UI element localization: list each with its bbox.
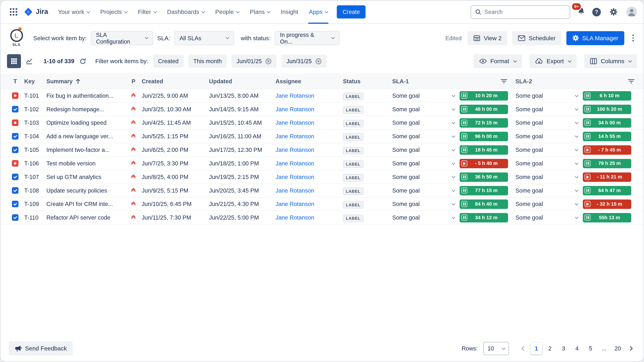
nav-item-dashboards[interactable]: Dashboards — [167, 0, 204, 24]
sla1-goal-select[interactable]: Some goal — [392, 146, 455, 153]
sla2-goal-select[interactable]: Some goal — [515, 133, 578, 139]
issue-summary[interactable]: Test mobile version — [46, 160, 125, 167]
sla1-goal-select[interactable]: Some goal — [392, 201, 455, 207]
filter-chip-this-month[interactable]: This month — [188, 55, 226, 68]
column-header-summary[interactable]: Summary — [46, 78, 125, 84]
work-item-by-select[interactable]: SLA Configuration — [91, 31, 153, 45]
page-button-3[interactable]: 3 — [558, 343, 569, 354]
more-options-button[interactable] — [629, 32, 637, 44]
sla2-goal-select[interactable]: Some goal — [515, 174, 578, 180]
page-button-5[interactable]: 5 — [585, 343, 596, 354]
column-header-status[interactable]: Status — [343, 78, 392, 84]
filter-chip-date-to[interactable]: Jun/31/25 — [282, 55, 326, 68]
issue-summary[interactable]: Update security policies — [46, 187, 125, 194]
assignee-link[interactable]: Jane Rotanson — [276, 160, 314, 167]
issue-summary[interactable]: Add a new language ver... — [46, 133, 125, 139]
assignee-link[interactable]: Jane Rotanson — [276, 133, 314, 139]
user-avatar[interactable] — [626, 6, 637, 17]
table-row[interactable]: T-107 Set up GTM analytics Jun/8/25, 4:0… — [0, 170, 644, 184]
chart-view-button[interactable] — [22, 54, 36, 68]
table-row[interactable]: T-109 Create API for CRM inte... Jun/10/… — [0, 197, 644, 211]
sla2-goal-select[interactable]: Some goal — [515, 106, 578, 112]
filter-icon[interactable] — [500, 79, 507, 83]
assignee-link[interactable]: Jane Rotanson — [276, 106, 314, 112]
table-row[interactable]: T-106 Test mobile version Jun/7/25, 3:30… — [0, 157, 644, 170]
page-button-4[interactable]: 4 — [572, 343, 583, 354]
sla1-goal-select[interactable]: Some goal — [392, 174, 455, 180]
table-row[interactable]: T-101 Fix bug in authentication... Jun/2… — [0, 89, 644, 103]
refresh-button[interactable] — [79, 58, 86, 65]
page-button-1[interactable]: 1 — [531, 343, 542, 354]
status-select[interactable]: In progress & On... — [275, 31, 340, 45]
format-button[interactable]: Format — [474, 54, 522, 68]
search-box[interactable] — [471, 5, 570, 19]
assignee-link[interactable]: Jane Rotanson — [276, 187, 314, 194]
sla2-goal-select[interactable]: Some goal — [515, 214, 578, 221]
sla2-goal-select[interactable]: Some goal — [515, 92, 578, 99]
sla2-goal-select[interactable]: Some goal — [515, 201, 578, 207]
sla1-goal-select[interactable]: Some goal — [392, 187, 455, 194]
assignee-link[interactable]: Jane Rotanson — [276, 201, 314, 207]
sla1-goal-select[interactable]: Some goal — [392, 106, 455, 112]
column-header-created[interactable]: Created — [142, 78, 209, 84]
sla1-goal-select[interactable]: Some goal — [392, 160, 455, 167]
column-header-sla2[interactable]: SLA-2 — [515, 78, 638, 84]
column-header-priority[interactable]: P — [125, 78, 142, 84]
table-row[interactable]: T-102 Redesign homepage... Jun/3/25, 10:… — [0, 103, 644, 116]
notifications-button[interactable]: 9+ — [576, 6, 586, 18]
sla1-goal-select[interactable]: Some goal — [392, 214, 455, 221]
view-button[interactable]: View 2 — [468, 31, 507, 45]
assignee-link[interactable]: Jane Rotanson — [276, 119, 314, 126]
issue-summary[interactable]: Create API for CRM inte... — [46, 201, 125, 207]
help-icon[interactable]: ? — [592, 7, 601, 16]
table-row[interactable]: T-104 Add a new language ver... Jun/5/25… — [0, 130, 644, 143]
table-row[interactable]: T-105 Implement two-factor a... Jun/6/25… — [0, 143, 644, 157]
page-button-2[interactable]: 2 — [544, 343, 556, 354]
rows-per-page-select[interactable]: 10 — [483, 342, 509, 355]
issue-summary[interactable]: Refactor API server code — [46, 214, 125, 221]
assignee-link[interactable]: Jane Rotanson — [276, 92, 314, 99]
previous-page-button[interactable] — [519, 344, 528, 354]
table-row[interactable]: T-103 Optimize loading speed Jun/4/25, 1… — [0, 116, 644, 130]
nav-item-insight[interactable]: Insight — [281, 0, 298, 24]
sla2-goal-select[interactable]: Some goal — [515, 119, 578, 126]
column-header-updated[interactable]: Updated — [209, 78, 276, 84]
search-input[interactable] — [484, 8, 566, 15]
create-button[interactable]: Create — [337, 5, 366, 18]
close-icon[interactable] — [266, 58, 272, 64]
sla1-goal-select[interactable]: Some goal — [392, 119, 455, 126]
assignee-link[interactable]: Jane Rotanson — [276, 174, 314, 180]
nav-item-plans[interactable]: Plans — [250, 0, 270, 24]
page-button-20[interactable]: 20 — [612, 343, 624, 354]
column-header-assignee[interactable]: Assignee — [276, 78, 343, 84]
grid-view-button[interactable] — [7, 54, 21, 68]
page-ellipsis[interactable]: ... — [598, 343, 610, 354]
sla-select[interactable]: All SLAs — [174, 31, 234, 45]
issue-summary[interactable]: Optimize loading speed — [46, 119, 125, 126]
table-row[interactable]: T-110 Refactor API server code Jun/11/25… — [0, 211, 644, 225]
sort-ascending-icon[interactable] — [76, 78, 80, 84]
nav-item-filter[interactable]: Filter — [138, 0, 156, 24]
sla1-goal-select[interactable]: Some goal — [392, 92, 455, 99]
send-feedback-button[interactable]: Send Feedback — [8, 342, 72, 356]
sla2-goal-select[interactable]: Some goal — [515, 146, 578, 153]
assignee-link[interactable]: Jane Rotanson — [276, 214, 314, 221]
issue-summary[interactable]: Fix bug in authentication... — [46, 92, 125, 99]
sla2-goal-select[interactable]: Some goal — [515, 187, 578, 194]
jira-logo[interactable]: Jira — [24, 7, 48, 17]
column-header-key[interactable]: Key — [24, 78, 46, 84]
table-row[interactable]: T-108 Update security policies Jun/9/25,… — [0, 184, 644, 197]
filter-icon[interactable] — [628, 79, 634, 83]
sla1-goal-select[interactable]: Some goal — [392, 133, 455, 139]
column-header-type[interactable]: T — [6, 78, 24, 84]
nav-item-your-work[interactable]: Your work — [58, 0, 90, 24]
nav-item-projects[interactable]: Projects — [100, 0, 127, 24]
assignee-link[interactable]: Jane Rotanson — [276, 146, 314, 153]
issue-summary[interactable]: Redesign homepage... — [46, 106, 125, 112]
settings-button[interactable] — [607, 5, 620, 18]
filter-chip-date-from[interactable]: Jun/01/25 — [232, 55, 276, 68]
issue-summary[interactable]: Set up GTM analytics — [46, 174, 125, 180]
columns-button[interactable]: Columns — [584, 54, 637, 68]
export-button[interactable]: Export — [529, 54, 576, 68]
nav-item-apps[interactable]: Apps — [309, 0, 328, 24]
